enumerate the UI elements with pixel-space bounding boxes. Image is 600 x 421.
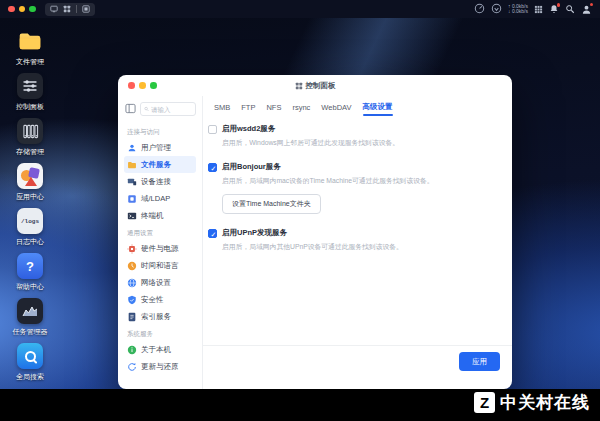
panel-footer: 应用: [203, 345, 512, 389]
desktop-item-help-center[interactable]: ? 帮助中心: [2, 253, 58, 292]
window-minimize-button[interactable]: [139, 82, 146, 89]
upload-gauge-icon[interactable]: [474, 0, 485, 18]
desktop-item-log-center[interactable]: /logs 日志中心: [2, 208, 58, 247]
zol-watermark-text: 中关村在线: [500, 391, 590, 414]
zol-logo: Z: [474, 392, 495, 413]
desktop-item-label: 任务管理器: [2, 327, 58, 337]
user-badge: [590, 3, 594, 7]
window-title: 控制面板: [295, 81, 336, 91]
desktop-icon[interactable]: [50, 5, 58, 13]
devices-icon: [127, 177, 137, 187]
desktop-item-label: 存储管理: [2, 147, 58, 157]
help-center-icon: ?: [17, 253, 43, 279]
tab-ftp[interactable]: FTP: [241, 100, 255, 115]
window-zoom-button[interactable]: [150, 82, 157, 89]
tab-advanced-settings[interactable]: 高级设置: [363, 99, 393, 115]
window-title-text: 控制面板: [306, 81, 336, 91]
desktop-item-app-center[interactable]: 应用中心: [2, 163, 58, 202]
info-icon: [127, 345, 137, 355]
domain-icon: [127, 194, 137, 204]
desktop-item-global-search[interactable]: 全局搜索: [2, 343, 58, 382]
sidebar-item-security[interactable]: 安全性: [124, 291, 196, 308]
desktop-item-task-manager[interactable]: 任务管理器: [2, 298, 58, 337]
sidebar-item-label: 时间和语言: [141, 261, 179, 271]
desktop-item-label: 控制面板: [2, 102, 58, 112]
apply-button[interactable]: 应用: [459, 352, 500, 371]
sidebar-item-terminal[interactable]: 终端机: [124, 207, 196, 224]
sidebar-item-user-management[interactable]: 用户管理: [124, 139, 196, 156]
desktop-item-label: 日志中心: [2, 237, 58, 247]
setting-row-upnp: 启用UPnP发现服务 启用后，局域网内其他UPnP设备可通过此服务找到该设备。: [208, 228, 500, 252]
fullscreen-button[interactable]: [29, 6, 36, 13]
sidebar-item-time-language[interactable]: 时间和语言: [124, 257, 196, 274]
sidebar-item-index-service[interactable]: 索引服务: [124, 308, 196, 325]
sidebar-section-title: 系统服务: [127, 330, 196, 339]
sidebar-item-label: 安全性: [141, 295, 164, 305]
search-icon[interactable]: [565, 0, 575, 18]
download-speed: ↓ 0.0kb/s: [508, 9, 528, 15]
question-mark-glyph: ?: [26, 259, 34, 274]
tab-nfs[interactable]: NFS: [266, 100, 281, 115]
setting-row-wsdd2: 启用wsdd2服务 启用后，Windows网上邻居可通过此发现服务找到该设备。: [208, 124, 500, 148]
sidebar-item-label: 网络设置: [141, 278, 171, 288]
sidebar-item-domain-ldap[interactable]: 域/LDAP: [124, 190, 196, 207]
desktop-item-label: 全局搜索: [2, 372, 58, 382]
sidebar-search-box[interactable]: [140, 102, 196, 116]
desktop-item-control-panel[interactable]: 控制面板: [2, 73, 58, 112]
sidebar-item-about[interactable]: 关于本机: [124, 341, 196, 358]
terminal-icon: [127, 211, 137, 221]
clock-icon: [127, 261, 137, 271]
grid-view-icon[interactable]: [63, 5, 71, 13]
tab-smb[interactable]: SMB: [214, 100, 230, 115]
menubar-separator: [76, 5, 77, 13]
sidebar-item-label: 更新与还原: [141, 362, 179, 372]
desktop-item-storage-manager[interactable]: 存储管理: [2, 118, 58, 157]
desktop-item-file-manager[interactable]: 文件管理: [2, 28, 58, 67]
minimize-button[interactable]: [19, 6, 26, 13]
control-panel-title-icon: [295, 82, 303, 90]
sidebar-item-label: 域/LDAP: [141, 194, 170, 204]
wsdd2-checkbox[interactable]: [208, 125, 217, 134]
setting-label: 启用Bonjour服务: [222, 162, 281, 172]
sidebar-item-network-settings[interactable]: 网络设置: [124, 274, 196, 291]
window-controls: [128, 82, 157, 89]
sidebar-item-label: 设备连接: [141, 177, 171, 187]
hardware-icon: [127, 244, 137, 254]
dashboard-icon[interactable]: [82, 5, 90, 13]
desktop-item-label: 文件管理: [2, 57, 58, 67]
advanced-settings-panel: 启用wsdd2服务 启用后，Windows网上邻居可通过此发现服务找到该设备。 …: [203, 118, 512, 345]
setting-label: 启用wsdd2服务: [222, 124, 275, 134]
sidebar-item-update-restore[interactable]: 更新与还原: [124, 358, 196, 375]
set-time-machine-folder-button[interactable]: 设置Time Machine文件夹: [222, 194, 321, 214]
tab-rsync[interactable]: rsync: [292, 100, 310, 115]
setting-label: 启用UPnP发现服务: [222, 228, 287, 238]
window-titlebar[interactable]: 控制面板: [118, 75, 512, 96]
storage-manager-icon: [17, 118, 43, 144]
menubar-status-area: ↑ 0.0kb/s ↓ 0.0kb/s: [474, 0, 592, 18]
tab-webdav[interactable]: WebDAV: [321, 100, 351, 115]
notifications-bell-icon[interactable]: [549, 4, 559, 14]
user-account-icon[interactable]: [581, 4, 592, 15]
sidebar-collapse-icon[interactable]: [125, 100, 136, 118]
sidebar-search-input[interactable]: [151, 106, 192, 113]
sidebar-item-file-services[interactable]: 文件服务: [124, 156, 196, 173]
bonjour-checkbox[interactable]: [208, 163, 217, 172]
content-area: SMB FTP NFS rsync WebDAV 高级设置 启用wsdd2服务 …: [203, 96, 512, 389]
apps-grid-icon[interactable]: [534, 0, 543, 18]
update-icon: [127, 362, 137, 372]
sidebar-item-label: 硬件与电源: [141, 244, 179, 254]
index-icon: [127, 312, 137, 322]
sidebar-item-label: 关于本机: [141, 345, 171, 355]
window-close-button[interactable]: [128, 82, 135, 89]
upnp-checkbox[interactable]: [208, 229, 217, 238]
app-center-shape: [25, 177, 37, 186]
close-button[interactable]: [8, 6, 15, 13]
sidebar-section-title: 连接与访问: [127, 128, 196, 137]
magnifier-glyph: [25, 351, 36, 362]
sidebar-item-device-connection[interactable]: 设备连接: [124, 173, 196, 190]
download-gauge-icon[interactable]: [491, 0, 502, 18]
sidebar-item-hardware-power[interactable]: 硬件与电源: [124, 240, 196, 257]
sidebar-item-label: 终端机: [141, 211, 164, 221]
sidebar: 连接与访问 用户管理 文件服务 设备连接 域/LDAP: [118, 96, 203, 389]
file-manager-icon: [17, 28, 43, 54]
